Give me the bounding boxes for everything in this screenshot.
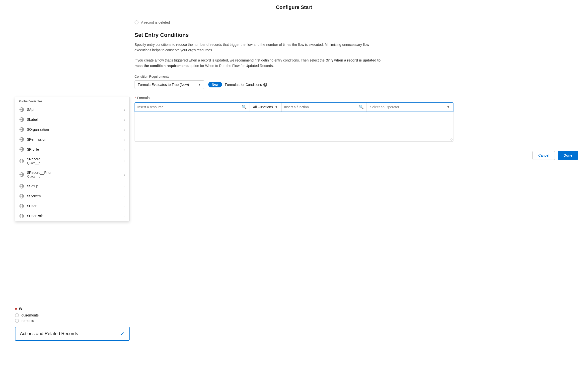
item-name: $Record__Prior Quote__c <box>27 170 121 179</box>
list-item[interactable]: $System › <box>15 191 129 201</box>
all-functions-select[interactable]: All Functions ▼ <box>249 103 282 112</box>
chevron-right-icon: › <box>124 159 125 163</box>
item-name: $Permission <box>27 137 121 142</box>
globe-icon <box>19 184 24 189</box>
globe-icon <box>19 107 24 112</box>
all-functions-chevron: ▼ <box>275 105 278 109</box>
globe-icon <box>19 137 24 142</box>
list-item[interactable]: $Api › <box>15 105 129 115</box>
item-name: $Api <box>27 107 121 112</box>
item-name: $User <box>27 204 121 208</box>
done-button[interactable]: Done <box>558 151 578 160</box>
page-title: Configure Start <box>0 0 588 13</box>
description-1: Specify entry conditions to reduce the n… <box>135 42 384 53</box>
set-entry-conditions-title: Set Entry Conditions <box>135 32 453 38</box>
actions-check-icon: ✓ <box>120 331 125 337</box>
resource-input-wrap: 🔍 <box>135 103 249 112</box>
list-item[interactable]: $UserRole › <box>15 211 129 221</box>
item-name: $Label <box>27 117 121 122</box>
deleted-record-radio[interactable] <box>135 20 139 24</box>
red-dot-indicator <box>15 308 17 310</box>
function-input[interactable] <box>284 105 357 109</box>
formula-label: Formula <box>137 96 149 100</box>
dropdown-section-label: Global Variables <box>15 97 129 105</box>
description-2: If you create a flow that's triggered wh… <box>135 58 384 69</box>
item-name: $System <box>27 194 121 198</box>
formula-toolbar: 🔍 All Functions ▼ 🔍 Select an Operator..… <box>135 102 453 112</box>
chevron-right-icon: › <box>124 184 125 188</box>
radio-requirements[interactable] <box>15 313 19 317</box>
formula-textarea-wrap <box>135 112 453 142</box>
list-item[interactable]: $User › <box>15 201 129 211</box>
formula-required-star: * <box>135 96 136 100</box>
item-name: $UserRole <box>27 214 121 218</box>
list-item[interactable]: $Permission › <box>15 134 129 144</box>
globe-icon <box>19 127 24 132</box>
globe-icon <box>19 117 24 122</box>
chevron-right-icon: › <box>124 127 125 131</box>
globe-icon <box>19 204 24 209</box>
when-label: W <box>19 307 22 311</box>
chevron-right-icon: › <box>124 118 125 122</box>
operator-placeholder: Select an Operator... <box>370 105 402 109</box>
all-functions-label: All Functions <box>253 105 273 109</box>
item-name: $Profile <box>27 147 121 152</box>
radio-rements-label: rements <box>21 319 34 323</box>
item-name: $Organization <box>27 127 121 132</box>
actions-select-value: Actions and Related Records <box>20 331 78 336</box>
globe-icon <box>19 147 24 152</box>
function-search-icon: 🔍 <box>359 105 364 109</box>
operator-select[interactable]: Select an Operator... ▼ <box>367 103 453 112</box>
formulas-for-conditions-label: Formulas for Conditions i <box>225 83 268 87</box>
list-item[interactable]: $Record__Prior Quote__c › <box>15 168 129 181</box>
condition-requirements-select[interactable]: Formula Evaluates to True (New) ▼ <box>135 80 204 89</box>
new-badge: New <box>208 82 222 87</box>
globe-icon <box>19 159 24 164</box>
chevron-right-icon: › <box>124 108 125 112</box>
list-item[interactable]: $Record Quote__c › <box>15 154 129 168</box>
chevron-right-icon: › <box>124 173 125 177</box>
resize-handle[interactable] <box>450 138 453 141</box>
resource-search-icon: 🔍 <box>242 105 247 109</box>
list-item[interactable]: $Profile › <box>15 144 129 154</box>
chevron-right-icon: › <box>124 204 125 208</box>
item-name: $Record Quote__c <box>27 157 121 165</box>
list-item[interactable]: $Label › <box>15 115 129 124</box>
chevron-right-icon: › <box>124 194 125 198</box>
resource-input[interactable] <box>137 105 240 109</box>
item-name: $Setup <box>27 184 121 188</box>
list-item[interactable]: $Setup › <box>15 181 129 191</box>
globe-icon <box>19 194 24 199</box>
resource-dropdown: Global Variables $Api › $Label › <box>15 97 130 221</box>
condition-select-value: Formula Evaluates to True (New) <box>138 83 189 87</box>
actions-related-records-select[interactable]: Actions and Related Records ✓ <box>15 327 130 341</box>
chevron-right-icon: › <box>124 147 125 151</box>
cancel-button[interactable]: Cancel <box>532 151 555 160</box>
globe-icon <box>19 172 24 177</box>
chevron-right-icon: › <box>124 137 125 141</box>
list-item[interactable]: $Organization › <box>15 124 129 134</box>
info-icon[interactable]: i <box>263 83 267 87</box>
function-input-wrap: 🔍 <box>282 103 367 112</box>
radio-rements[interactable] <box>15 319 19 323</box>
operator-chevron: ▼ <box>447 105 450 109</box>
deleted-record-label: A record is deleted <box>141 20 170 24</box>
globe-icon <box>19 214 24 219</box>
chevron-right-icon: › <box>124 214 125 218</box>
radio-requirements-label: quirements <box>21 313 39 317</box>
condition-requirements-label: Condition Requirements <box>135 75 453 78</box>
condition-select-chevron: ▼ <box>198 83 201 86</box>
